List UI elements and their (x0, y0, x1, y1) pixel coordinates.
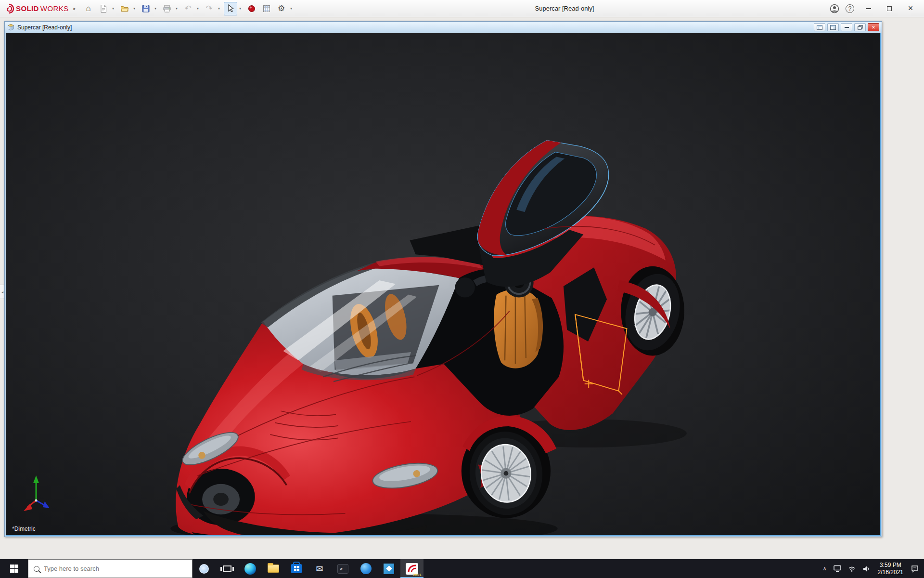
solidworks-version-badge: 2021 (413, 573, 422, 577)
evaluate-sheet-icon (262, 4, 271, 13)
edge-button[interactable] (239, 559, 262, 578)
mdi-area: ◂ Supercar [Read-only] (0, 18, 924, 559)
select-cursor-icon (226, 4, 235, 13)
print-button[interactable] (160, 2, 174, 15)
dropdown-arrow-icon[interactable]: ▾ (195, 2, 201, 15)
app-titlebar: SOLIDWORKS ▸ ⌂ ▾ ▾ (0, 0, 924, 17)
new-document-button[interactable] (97, 2, 110, 15)
cascade-window-icon (830, 25, 836, 30)
brand-solid-text: SOLID (16, 4, 39, 13)
options-button[interactable]: ⚙ (275, 2, 288, 15)
save-button[interactable] (139, 2, 153, 15)
console-icon: >_ (337, 564, 348, 574)
print-icon (163, 4, 171, 13)
store-button[interactable] (285, 559, 308, 578)
user-avatar-icon (830, 4, 839, 13)
solidworks-logo: SOLIDWORKS (4, 3, 69, 14)
dropdown-arrow-icon[interactable]: ▾ (237, 2, 244, 15)
dropdown-arrow-icon[interactable]: ▾ (110, 2, 116, 15)
account-button[interactable] (827, 2, 842, 15)
search-icon (34, 566, 39, 572)
doc-restore-button[interactable] (854, 23, 866, 31)
dropdown-arrow-icon[interactable]: ▾ (174, 2, 180, 15)
taskbar-search[interactable] (28, 559, 192, 578)
app-minimize-button[interactable] (858, 0, 879, 17)
open-folder-icon (120, 4, 129, 13)
system-tray: ∧ 3:59 PM 2/16/2021 (820, 559, 924, 578)
redo-button[interactable]: ↷ (203, 2, 216, 15)
file-explorer-button[interactable] (262, 559, 285, 578)
home-button[interactable]: ⌂ (82, 2, 95, 15)
minimize-icon (845, 27, 849, 28)
solidworks-taskbar-button[interactable]: 2021 (400, 559, 424, 578)
start-button[interactable] (0, 559, 28, 578)
doc-close-button[interactable]: × (868, 23, 879, 31)
display-icon (834, 565, 841, 572)
mail-button[interactable]: ✉ (308, 559, 331, 578)
assembly-cube-icon (7, 24, 14, 31)
collapse-arrow-icon: ◂ (1, 290, 3, 294)
volume-icon (862, 565, 870, 572)
dassault-logo-icon (4, 3, 14, 14)
dropdown-arrow-icon[interactable]: ▾ (153, 2, 159, 15)
network-icon (848, 565, 856, 572)
document-titlebar[interactable]: Supercar [Read-only] (5, 22, 882, 33)
clock-date: 2/16/2021 (878, 569, 903, 576)
orientation-triad (20, 473, 53, 514)
doc-tile-window-button[interactable] (814, 23, 825, 31)
select-tool-button[interactable] (224, 2, 237, 15)
taskbar-clock[interactable]: 3:59 PM 2/16/2021 (873, 562, 908, 576)
task-view-icon (223, 565, 231, 572)
app-maximize-button[interactable] (879, 0, 900, 17)
doc-cascade-window-button[interactable] (827, 23, 839, 31)
file-explorer-icon (268, 565, 279, 573)
menu-expand-icon[interactable]: ▸ (74, 6, 76, 11)
dropdown-arrow-icon[interactable]: ▾ (131, 2, 138, 15)
browser-icon (360, 563, 372, 574)
action-center-icon (911, 565, 919, 573)
clock-time: 3:59 PM (880, 562, 901, 569)
doc-minimize-button[interactable] (841, 23, 852, 31)
help-icon: ? (846, 4, 854, 13)
action-center-button[interactable] (908, 559, 922, 578)
redo-icon: ↷ (205, 3, 212, 13)
close-icon: × (908, 3, 913, 13)
photos-icon (384, 564, 394, 574)
car-3d-model[interactable] (6, 33, 880, 535)
triad-z-axis (43, 501, 50, 508)
viewport-3d[interactable]: *Dimetric (6, 33, 881, 536)
cortana-button[interactable] (192, 559, 216, 578)
caret-icon: ∧ (823, 565, 827, 572)
home-icon: ⌂ (86, 4, 90, 13)
document-title: Supercar [Read-only] (17, 24, 72, 31)
undo-icon: ↶ (184, 3, 191, 13)
3d-sphere-button[interactable] (245, 2, 258, 15)
network-tray-button[interactable] (845, 559, 859, 578)
restore-icon (858, 25, 863, 30)
volume-tray-button[interactable] (859, 559, 873, 578)
console-button[interactable]: >_ (331, 559, 354, 578)
windows-logo-icon (10, 565, 18, 573)
close-icon: × (872, 24, 875, 31)
photos-button[interactable] (377, 559, 400, 578)
hidden-icons-button[interactable]: ∧ (820, 559, 830, 578)
task-view-button[interactable] (216, 559, 239, 578)
save-icon (141, 4, 150, 13)
3d-sphere-icon (247, 4, 256, 13)
app-close-button[interactable]: × (900, 0, 921, 17)
open-button[interactable] (118, 2, 131, 15)
edge-icon (244, 563, 256, 575)
help-button[interactable]: ? (842, 2, 858, 15)
browser-button[interactable] (354, 559, 377, 578)
cortana-icon (199, 564, 209, 574)
dropdown-arrow-icon[interactable]: ▾ (288, 2, 295, 15)
dropdown-arrow-icon[interactable]: ▾ (216, 2, 222, 15)
brand-works-text: WORKS (40, 4, 69, 13)
undo-button[interactable]: ↶ (181, 2, 195, 15)
display-tray-button[interactable] (830, 559, 845, 578)
document-window: Supercar [Read-only] (4, 21, 882, 537)
app-title: Supercar [Read-only] (535, 5, 594, 12)
evaluate-sheet-button[interactable] (260, 2, 273, 15)
search-input[interactable] (44, 565, 187, 572)
view-orientation-label: *Dimetric (12, 525, 36, 532)
